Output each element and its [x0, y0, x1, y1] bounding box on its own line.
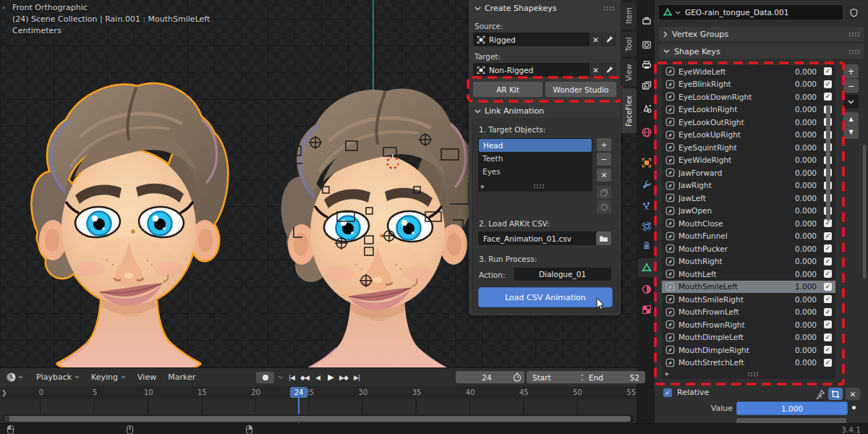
timeline-header: PlaybackKeyingViewMarker |◀◆◀◀▶▶◆▶| 24 S…: [0, 368, 637, 386]
end-frame-field[interactable]: End52: [583, 371, 645, 383]
timeline-scrollbar-thumb[interactable]: [4, 416, 631, 422]
properties-tab-object-data-icon[interactable]: [638, 258, 655, 277]
properties-tab-modifiers-icon[interactable]: [638, 175, 655, 194]
timeline-channels[interactable]: [0, 399, 637, 414]
keyframe-dot[interactable]: [852, 406, 856, 409]
eyedropper-icon[interactable]: [603, 33, 616, 46]
view-name: Front Orthographic: [12, 3, 88, 12]
ruler-tick-label: 30: [359, 388, 368, 396]
sidebar-tab-tool[interactable]: Tool: [621, 31, 637, 57]
create-shapekeys-header[interactable]: Create Shapekeys: [475, 4, 556, 13]
playback-controls: |◀◆◀◀▶▶◆▶|: [285, 372, 363, 383]
target-object-row[interactable]: Head: [479, 139, 592, 152]
region-toggle-arrow[interactable]: ❯: [1, 389, 7, 396]
scrollbar-left-cap[interactable]: [4, 416, 9, 422]
play-reverse-button[interactable]: ◀: [311, 372, 324, 383]
clear-source-button[interactable]: ✕: [590, 33, 602, 46]
properties-tab-scene-icon[interactable]: [638, 99, 655, 118]
properties-tab-view-layer-icon[interactable]: [638, 76, 655, 95]
properties-editor: GEO-rain_tongue_Data.001 Vertex Groups S…: [655, 0, 868, 423]
panel-drag-grip[interactable]: [848, 32, 859, 37]
jump-to-start-button[interactable]: |◀: [285, 372, 298, 383]
source-label: Source:: [475, 22, 503, 30]
chevron-down-icon[interactable]: [278, 375, 284, 379]
clear-objects-button[interactable]: ✕: [597, 169, 611, 182]
pin-icon[interactable]: [815, 389, 825, 399]
ruler-tick-label: 45: [519, 388, 529, 396]
folder-icon[interactable]: [596, 231, 611, 245]
timeline-ruler[interactable]: 0510152025303540455055: [0, 386, 637, 399]
duplicate-icon[interactable]: [597, 186, 611, 199]
properties-tab-constraints-icon[interactable]: [638, 237, 655, 255]
timeline-scrollbar-track[interactable]: [3, 414, 634, 422]
shield-fake-user-icon[interactable]: [846, 5, 861, 20]
properties-tab-physics-icon[interactable]: [638, 217, 655, 236]
timeline-menu-keying[interactable]: Keying: [91, 373, 126, 382]
chevron-down-icon[interactable]: [675, 11, 681, 14]
prev-keyframe-button[interactable]: ◆◀: [298, 372, 311, 383]
load-csv-animation-button[interactable]: Load CSV Animation: [478, 287, 613, 307]
list-footer[interactable]: ▶: [478, 182, 592, 191]
current-frame-badge[interactable]: 24: [290, 387, 307, 398]
ruler-tick-label: 50: [573, 388, 582, 396]
properties-tab-object-icon[interactable]: [638, 153, 655, 172]
properties-tab-material-icon[interactable]: [638, 280, 655, 299]
panel-drag-grip[interactable]: [603, 6, 614, 11]
auto-keying-record-button[interactable]: [256, 372, 274, 383]
source-field[interactable]: Rigged ✕: [473, 33, 616, 46]
timeline-menu-marker[interactable]: Marker: [168, 373, 195, 382]
right-mouse-icon: [244, 425, 254, 434]
properties-tab-texture-icon[interactable]: [638, 300, 655, 319]
scene-breadcrumb: (24) Scene Collection | Rain.001 : Mouth…: [12, 14, 210, 24]
next-keyframe-button[interactable]: ▶◆: [337, 372, 350, 383]
properties-tab-render-icon[interactable]: [638, 35, 655, 54]
vertex-groups-header[interactable]: Vertex Groups: [659, 27, 864, 41]
timeline-menu-view[interactable]: View: [137, 373, 156, 382]
start-frame-field[interactable]: Start1: [527, 371, 592, 383]
red-highlight-shapekeys: [653, 61, 847, 386]
properties-tab-output-icon[interactable]: [638, 56, 655, 75]
list-expand-arrow[interactable]: ▶: [481, 184, 485, 190]
value-slider[interactable]: 1.000: [736, 401, 848, 415]
relative-checkbox[interactable]: ✓: [663, 388, 672, 397]
add-object-button[interactable]: +: [597, 138, 611, 151]
circle-icon[interactable]: [597, 200, 611, 213]
timeline-menus: PlaybackKeyingViewMarker: [36, 373, 195, 382]
chevron-right-icon: [663, 31, 668, 38]
action-field[interactable]: Dialogue_01: [514, 268, 611, 281]
shape-keys-header[interactable]: Shape Keys: [659, 44, 864, 59]
middle-mouse-icon: [125, 425, 135, 434]
properties-tab-world-icon[interactable]: [638, 123, 655, 142]
value-label: Value: [698, 404, 733, 413]
remove-object-button[interactable]: −: [597, 153, 611, 166]
panel-scrollbar[interactable]: [863, 145, 866, 278]
play-button[interactable]: ▶: [324, 372, 337, 383]
link-animation-header[interactable]: Link Animation: [475, 106, 544, 116]
sidebar-tab-faceflex[interactable]: FaceFlex: [621, 88, 637, 134]
ruler-tick-label: 20: [251, 388, 260, 396]
chevron-down-icon: [475, 109, 481, 114]
ruler-tick-label: 0: [39, 388, 43, 396]
status-bar: 3.4.1: [0, 423, 868, 434]
red-highlight-buttons: [466, 75, 624, 103]
viewport-3d[interactable]: › Front Orthographic (24) Scene Collecti…: [0, 0, 637, 367]
properties-tab-particles-icon[interactable]: [638, 197, 655, 216]
target-object-row[interactable]: Teeth: [478, 152, 592, 165]
stopwatch-icon[interactable]: [509, 371, 524, 383]
region-toggle-arrow[interactable]: ›: [2, 3, 5, 12]
datablock-name-field[interactable]: GEO-rain_tongue_Data.001: [659, 5, 843, 20]
target-object-row[interactable]: Eyes: [478, 165, 592, 178]
sidebar-tab-view[interactable]: View: [621, 58, 637, 87]
shapekey-edit-mode-button[interactable]: [828, 388, 843, 400]
blender-window: › Front Orthographic (24) Scene Collecti…: [0, 0, 868, 434]
relative-label: Relative: [677, 388, 709, 397]
sidebar-tab-item[interactable]: Item: [621, 1, 637, 30]
relative-row: ✓ Relative: [663, 388, 709, 397]
clear-value-button[interactable]: ✕: [846, 388, 860, 400]
editor-type-button[interactable]: [6, 372, 23, 383]
panel-drag-grip[interactable]: [848, 49, 859, 54]
jump-to-end-button[interactable]: ▶|: [350, 372, 363, 383]
timeline-menu-playback[interactable]: Playback: [36, 373, 80, 382]
properties-tab-tool-icon[interactable]: [638, 11, 655, 30]
csv-file-field[interactable]: Face_Animation_01.csv: [478, 231, 599, 245]
